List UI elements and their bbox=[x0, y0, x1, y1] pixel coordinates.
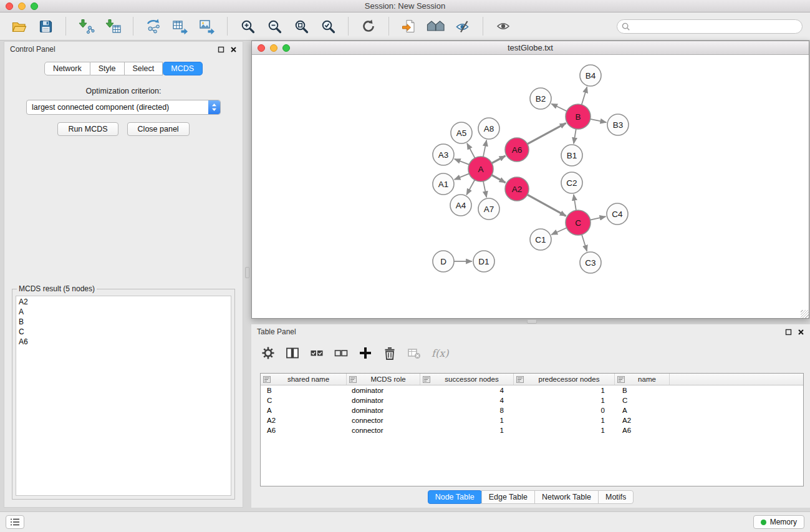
table-cell[interactable]: dominator bbox=[347, 407, 420, 414]
graph-node-B1[interactable]: B1 bbox=[561, 145, 582, 166]
table-cell[interactable]: A2 bbox=[261, 417, 347, 424]
mcds-result-list[interactable]: A2ABCA6 bbox=[16, 296, 231, 496]
graph-edge-A-A3[interactable] bbox=[455, 159, 470, 165]
open-recent-session-button[interactable] bbox=[398, 15, 420, 37]
export-table-button[interactable] bbox=[169, 15, 191, 37]
table-tab-edge-table[interactable]: Edge Table bbox=[481, 490, 535, 504]
close-table-panel-button[interactable] bbox=[798, 329, 804, 336]
zoom-selected-button[interactable] bbox=[317, 15, 339, 37]
graph-node-B4[interactable]: B4 bbox=[580, 65, 601, 86]
graph-node-C4[interactable]: C4 bbox=[607, 203, 628, 225]
table-cell[interactable]: 4 bbox=[420, 387, 514, 394]
mcds-result-item[interactable]: A6 bbox=[16, 337, 231, 347]
table-cell[interactable]: A bbox=[615, 407, 670, 414]
control-panel-tab-style[interactable]: Style bbox=[90, 62, 125, 75]
import-table-button[interactable] bbox=[102, 15, 124, 37]
graph-node-B3[interactable]: B3 bbox=[607, 114, 629, 135]
network-canvas[interactable]: B4B2BB3A5A8A6B1A3AC2A1A2A4A7C4CC1C3DD1 bbox=[252, 55, 809, 318]
table-cell[interactable]: A2 bbox=[615, 417, 670, 424]
table-settings-button[interactable] bbox=[261, 346, 275, 360]
deselect-all-button[interactable] bbox=[334, 347, 348, 359]
splitter-handle[interactable] bbox=[527, 319, 537, 324]
mcds-result-item[interactable]: A2 bbox=[16, 297, 231, 307]
fullscreen-window-button[interactable] bbox=[31, 2, 38, 10]
function-builder-button[interactable]: f(x) bbox=[432, 347, 448, 359]
table-cell[interactable]: A bbox=[261, 407, 347, 414]
graph-node-A1[interactable]: A1 bbox=[433, 173, 454, 195]
graph-edge-A-A1[interactable] bbox=[455, 173, 470, 180]
table-cell[interactable]: 1 bbox=[514, 417, 615, 424]
table-cell[interactable]: dominator bbox=[347, 397, 420, 404]
table-row[interactable]: A2connector11A2 bbox=[261, 415, 803, 425]
export-image-button[interactable] bbox=[196, 15, 218, 37]
table-cell[interactable]: A6 bbox=[615, 427, 670, 434]
import-network-button[interactable] bbox=[75, 15, 97, 37]
graph-edge-C-C1[interactable] bbox=[551, 228, 566, 235]
network-close-button[interactable] bbox=[258, 44, 265, 52]
table-cell[interactable]: connector bbox=[347, 427, 420, 434]
table-cell[interactable]: 1 bbox=[514, 427, 615, 434]
graph-node-B[interactable]: B bbox=[566, 104, 591, 129]
home-button[interactable] bbox=[425, 15, 447, 37]
open-file-button[interactable] bbox=[7, 15, 30, 37]
graph-edge-C-C3[interactable] bbox=[582, 235, 587, 251]
graph-node-A5[interactable]: A5 bbox=[451, 122, 472, 143]
task-history-button[interactable] bbox=[6, 515, 24, 529]
table-cell[interactable]: C bbox=[261, 397, 347, 404]
column-header-successor-nodes[interactable]: successor nodes bbox=[420, 374, 514, 385]
mcds-result-item[interactable]: B bbox=[16, 317, 231, 327]
graph-edge-C-C4[interactable] bbox=[591, 216, 606, 220]
network-graph[interactable]: B4B2BB3A5A8A6B1A3AC2A1A2A4A7C4CC1C3DD1 bbox=[252, 55, 809, 318]
table-row[interactable]: A6connector11A6 bbox=[261, 425, 803, 435]
graph-node-A3[interactable]: A3 bbox=[433, 144, 454, 165]
table-cell[interactable]: 1 bbox=[514, 397, 615, 404]
table-cell[interactable]: 8 bbox=[420, 407, 514, 414]
table-tab-node-table[interactable]: Node Table bbox=[428, 490, 482, 504]
graph-edge-B-B2[interactable] bbox=[551, 104, 567, 111]
graph-node-C[interactable]: C bbox=[566, 210, 591, 235]
graph-edge-B-B3[interactable] bbox=[591, 119, 607, 122]
graph-edge-A-A6[interactable] bbox=[492, 156, 506, 163]
graph-edge-A-A4[interactable] bbox=[466, 180, 475, 195]
select-all-button[interactable] bbox=[310, 347, 324, 359]
network-minimize-button[interactable] bbox=[270, 44, 277, 52]
table-cell[interactable]: B bbox=[615, 387, 670, 394]
resize-grip[interactable] bbox=[801, 310, 809, 318]
table-tab-motifs[interactable]: Motifs bbox=[598, 490, 634, 504]
column-header-shared-name[interactable]: shared name bbox=[261, 374, 347, 385]
delete-table-button[interactable] bbox=[407, 347, 421, 359]
show-column-button[interactable] bbox=[286, 346, 299, 360]
table-cell[interactable]: 1 bbox=[514, 387, 615, 394]
search-input[interactable] bbox=[633, 22, 798, 31]
criterion-select[interactable]: largest connected component (directed) bbox=[26, 100, 221, 115]
close-mcds-panel-button[interactable]: Close panel bbox=[127, 122, 190, 136]
mcds-result-item[interactable]: A bbox=[16, 307, 231, 317]
graph-node-A6[interactable]: A6 bbox=[505, 138, 529, 162]
column-header-name[interactable]: name bbox=[615, 374, 670, 385]
graph-edge-A6-B[interactable] bbox=[528, 123, 566, 143]
graph-node-C2[interactable]: C2 bbox=[561, 172, 582, 193]
control-panel-tab-select[interactable]: Select bbox=[125, 62, 163, 75]
show-view-button[interactable] bbox=[492, 15, 514, 37]
zoom-in-button[interactable] bbox=[236, 15, 259, 37]
graph-edge-A-A7[interactable] bbox=[483, 181, 486, 198]
run-mcds-button[interactable]: Run MCDS bbox=[57, 122, 118, 136]
column-header-predecessor-nodes[interactable]: predecessor nodes bbox=[514, 374, 615, 385]
graph-node-A7[interactable]: A7 bbox=[478, 198, 499, 220]
delete-column-button[interactable] bbox=[383, 346, 397, 360]
column-header-MCDS-role[interactable]: MCDS role bbox=[347, 374, 420, 385]
create-column-button[interactable] bbox=[359, 346, 372, 360]
zoom-fit-button[interactable] bbox=[290, 15, 312, 37]
table-row[interactable]: Cdominator41C bbox=[261, 395, 803, 405]
minimize-window-button[interactable] bbox=[18, 2, 26, 10]
zoom-out-button[interactable] bbox=[263, 15, 286, 37]
float-panel-button[interactable] bbox=[218, 46, 224, 53]
graph-node-B2[interactable]: B2 bbox=[530, 88, 551, 109]
control-panel-tab-network[interactable]: Network bbox=[44, 62, 90, 75]
graph-edge-A-A8[interactable] bbox=[483, 140, 486, 157]
graph-edge-C-C2[interactable] bbox=[574, 195, 576, 210]
table-cell[interactable]: C bbox=[615, 397, 670, 404]
float-table-panel-button[interactable] bbox=[785, 329, 792, 336]
graph-node-D1[interactable]: D1 bbox=[473, 251, 494, 272]
table-cell[interactable]: 4 bbox=[420, 397, 514, 404]
